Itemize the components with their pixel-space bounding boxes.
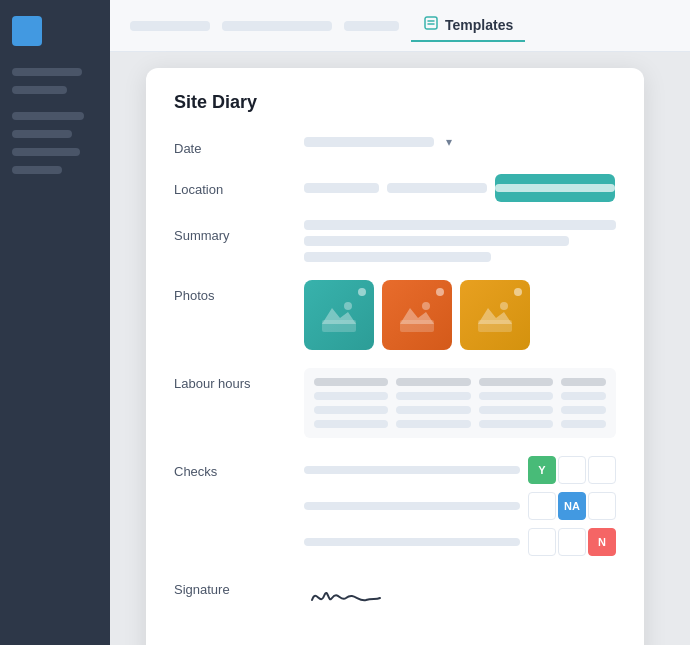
- labour-content: [304, 368, 616, 438]
- signature-label: Signature: [174, 574, 304, 597]
- check-btn-na-3[interactable]: [558, 528, 586, 556]
- photo-icon-3: [460, 280, 530, 350]
- labour-cell-r3c3: [479, 420, 553, 428]
- checks-content: Y NA: [304, 456, 616, 556]
- date-content: ▾: [304, 133, 616, 151]
- location-row: Location: [174, 174, 616, 202]
- location-bar-1: [304, 183, 379, 193]
- labour-cell-r2c4: [561, 406, 606, 414]
- labour-label: Labour hours: [174, 368, 304, 391]
- location-content: [304, 174, 616, 202]
- topbar-pill-2: [222, 21, 332, 31]
- dropdown-arrow-icon[interactable]: ▾: [440, 133, 458, 151]
- checks-label: Checks: [174, 456, 304, 479]
- photo-thumb-1[interactable]: [304, 280, 374, 350]
- sidebar-line-3: [12, 112, 84, 120]
- labour-cell-r3c1: [314, 420, 388, 428]
- svg-rect-0: [425, 17, 437, 29]
- photo-icon-2: [382, 280, 452, 350]
- svg-point-5: [344, 302, 352, 310]
- date-select[interactable]: ▾: [304, 133, 458, 151]
- labour-cell-r2c2: [396, 406, 470, 414]
- svg-marker-4: [322, 308, 356, 324]
- labour-data-row-2: [314, 406, 606, 414]
- labour-cell-r1c2: [396, 392, 470, 400]
- date-label: Date: [174, 133, 304, 156]
- summary-label: Summary: [174, 220, 304, 243]
- check-btn-yes-1[interactable]: Y: [528, 456, 556, 484]
- check-btn-na-2[interactable]: NA: [558, 492, 586, 520]
- templates-tab-icon: [423, 15, 439, 34]
- labour-cell-r1c3: [479, 392, 553, 400]
- templates-tab-label: Templates: [445, 17, 513, 33]
- templates-tab[interactable]: Templates: [411, 9, 525, 42]
- signature-area: [304, 574, 384, 618]
- checks-row: Checks Y: [174, 456, 616, 556]
- sidebar-logo: [12, 16, 42, 46]
- sidebar-line-4: [12, 130, 72, 138]
- labour-data-row-3: [314, 420, 606, 428]
- check-btn-no-1[interactable]: [588, 456, 616, 484]
- topbar-pill-3: [344, 21, 399, 31]
- summary-line-1: [304, 220, 616, 230]
- photo-thumb-2[interactable]: [382, 280, 452, 350]
- labour-cell-h2: [396, 378, 470, 386]
- location-label: Location: [174, 174, 304, 197]
- photos-content: [304, 280, 616, 350]
- signature-svg: [304, 578, 384, 614]
- signature-row: Signature: [174, 574, 616, 618]
- check-buttons-2: NA: [528, 492, 616, 520]
- sidebar-line-6: [12, 166, 62, 174]
- check-buttons-1: Y: [528, 456, 616, 484]
- svg-marker-10: [478, 308, 512, 324]
- date-row: Date ▾: [174, 133, 616, 156]
- check-buttons-3: N: [528, 528, 616, 556]
- svg-point-8: [422, 302, 430, 310]
- summary-line-2: [304, 236, 569, 246]
- labour-cell-r3c4: [561, 420, 606, 428]
- topbar-pill-1: [130, 21, 210, 31]
- labour-cell-r1c1: [314, 392, 388, 400]
- topbar: Templates: [110, 0, 690, 52]
- location-bar-2: [387, 183, 487, 193]
- photo-thumb-3[interactable]: [460, 280, 530, 350]
- main-content: Site Diary Date ▾ Location: [130, 52, 660, 645]
- check-row-2: NA: [304, 492, 616, 520]
- date-bar: [304, 137, 434, 147]
- check-btn-na-1[interactable]: [558, 456, 586, 484]
- svg-marker-7: [400, 308, 434, 324]
- labour-cell-r2c1: [314, 406, 388, 414]
- sidebar-line-5: [12, 148, 80, 156]
- labour-cell-h4: [561, 378, 606, 386]
- photos-label: Photos: [174, 280, 304, 303]
- summary-lines: [304, 220, 616, 262]
- check-btn-yes-3[interactable]: [528, 528, 556, 556]
- labour-header-row: [314, 378, 606, 386]
- labour-cell-h3: [479, 378, 553, 386]
- labour-data-row-1: [314, 392, 606, 400]
- checks-list: Y NA: [304, 456, 616, 556]
- check-btn-yes-2[interactable]: [528, 492, 556, 520]
- photos-row: Photos: [174, 280, 616, 350]
- summary-row: Summary: [174, 220, 616, 262]
- card-title: Site Diary: [174, 92, 616, 113]
- photo-icon-1: [304, 280, 374, 350]
- location-active-button[interactable]: [495, 174, 615, 202]
- labour-table: [304, 368, 616, 438]
- check-row-1: Y: [304, 456, 616, 484]
- labour-row: Labour hours: [174, 368, 616, 438]
- summary-content: [304, 220, 616, 262]
- location-active-bar: [495, 184, 615, 192]
- signature-content: [304, 574, 616, 618]
- svg-point-11: [500, 302, 508, 310]
- check-row-3: N: [304, 528, 616, 556]
- site-diary-card: Site Diary Date ▾ Location: [146, 68, 644, 645]
- check-btn-no-3[interactable]: N: [588, 528, 616, 556]
- labour-cell-r1c4: [561, 392, 606, 400]
- check-bar-3: [304, 538, 520, 546]
- check-bar-1: [304, 466, 520, 474]
- check-btn-no-2[interactable]: [588, 492, 616, 520]
- summary-line-3: [304, 252, 491, 262]
- labour-cell-h1: [314, 378, 388, 386]
- sidebar-line-1: [12, 68, 82, 76]
